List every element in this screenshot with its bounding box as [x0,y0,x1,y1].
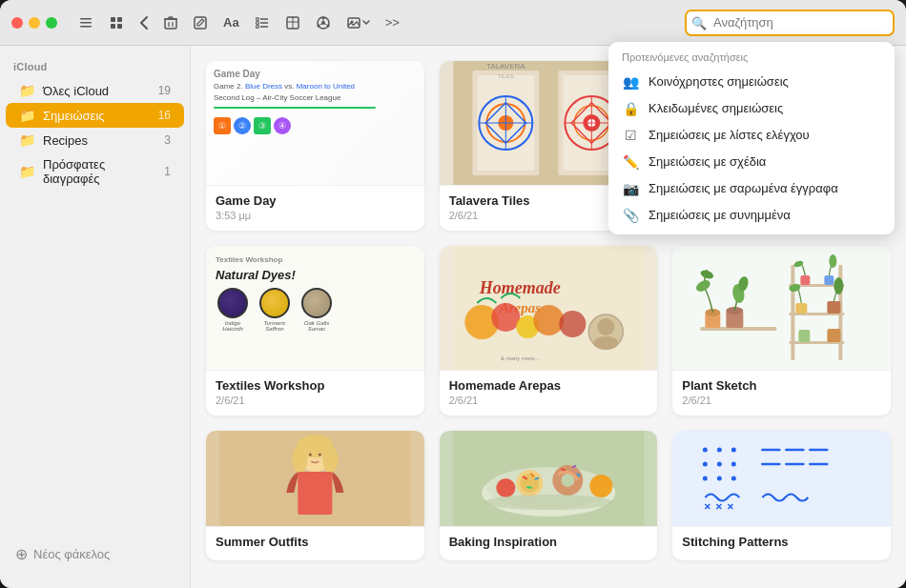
svg-point-146 [717,476,722,481]
new-folder-button[interactable]: ⊕ Νέος φάκελος [6,539,184,569]
note-date-plant-sketch: 2/6/21 [682,395,881,406]
compose-icon [193,15,208,30]
search-input[interactable] [685,10,895,36]
sidebar-item-recently-deleted[interactable]: 📁 Πρόσφατες διαγραφές 1 [6,152,184,191]
more-button[interactable]: >> [380,11,405,33]
svg-rect-3 [111,17,115,22]
note-thumbnail-textiles: Textiles Workshop Natural Dyes! IndigoHa… [206,246,424,370]
svg-point-119 [319,454,321,456]
grid-icon [109,15,124,30]
svg-rect-4 [117,17,122,22]
svg-line-28 [319,24,321,25]
scanned-notes-icon: 📷 [622,181,639,196]
svg-point-118 [309,454,312,456]
minimize-button[interactable] [29,17,40,29]
search-dropdown: Προτεινόμενες αναζητήσεις 👥 Κοινόχρηστες… [608,42,895,234]
svg-point-22 [321,21,325,25]
share-button[interactable] [310,11,337,34]
svg-text:Homemade: Homemade [479,278,561,297]
svg-rect-112 [828,329,841,342]
drawings-notes-icon: ✏️ [622,154,639,170]
note-title-game-day: Game Day [216,193,415,208]
sidebar: iCloud 📁 Όλες iCloud 19 📁 Σημειώσεις 16 … [0,46,191,588]
sidebar-item-notes-label: Σημειώσεις [43,109,146,123]
back-icon [139,15,149,30]
format-button[interactable]: Aa [217,11,245,33]
titlebar: Aa [0,0,906,46]
summer-outfits-svg [206,431,424,526]
sidebar-item-recipes[interactable]: 📁 Recipes 3 [6,128,184,152]
suggestion-drawings[interactable]: ✏️ Σημειώσεις με σχέδια [608,149,895,175]
svg-rect-1 [80,22,92,24]
suggestion-locked[interactable]: 🔒 Κλειδωμένες σημειώσεις [608,95,895,122]
svg-rect-7 [165,19,176,29]
svg-rect-88 [687,246,877,370]
svg-point-135 [589,475,612,497]
note-info-summer-outfits: Summer Outfits [206,526,424,560]
note-card-arepas[interactable]: Homemade Arepas [440,246,658,416]
svg-point-80 [491,303,520,332]
svg-rect-6 [117,24,122,29]
compose-button[interactable] [187,11,214,34]
sidebar-item-recipes-count: 3 [154,133,171,147]
search-container: 🔍 Προτεινόμενες αναζητήσεις 👥 Κοινόχρηστ… [685,10,895,36]
note-thumbnail-arepas: Homemade Arepas [440,246,658,370]
folder-deleted-icon: 📁 [19,164,35,179]
svg-point-85 [597,318,614,335]
sidebar-item-deleted-label: Πρόσφατες διαγραφές [43,157,146,186]
note-card-summer-outfits[interactable]: Summer Outfits [206,431,424,560]
suggestion-attachments-label: Σημειώσεις με συνημμένα [649,208,791,222]
close-button[interactable] [11,17,23,29]
maximize-button[interactable] [46,17,57,29]
grid-view-button[interactable] [103,11,130,34]
svg-point-24 [326,24,329,27]
svg-line-27 [324,24,326,25]
suggestion-attachments[interactable]: 📎 Σημειώσεις με συνημμένα [608,202,895,229]
table-button[interactable] [279,11,306,34]
media-icon [346,15,361,30]
sidebar-item-notes[interactable]: 📁 Σημειώσεις 16 [6,103,184,128]
suggestion-scanned[interactable]: 📷 Σημειώσεις με σαρωμένα έγγραφα [608,175,895,202]
svg-point-106 [830,254,837,268]
note-title-baking: Baking Inspiration [449,535,649,549]
media-button[interactable] [340,11,376,34]
suggestion-scanned-label: Σημειώσεις με σαρωμένα έγγραφα [649,181,838,195]
delete-button[interactable] [158,11,183,34]
note-card-textiles[interactable]: Textiles Workshop Natural Dyes! IndigoHa… [206,246,424,416]
note-card-game-day[interactable]: Game Day Game 2. Blue Dress vs. Maroon t… [206,61,424,231]
svg-rect-120 [298,472,332,515]
share-icon [316,15,331,30]
note-thumbnail-summer-outfits [206,431,424,526]
suggestion-shared[interactable]: 👥 Κοινόχρηστες σημειώσεις [608,69,895,95]
svg-point-14 [256,21,258,24]
sidebar-item-all[interactable]: 📁 Όλες iCloud 19 [6,78,184,103]
suggestion-checklists[interactable]: ☑ Σημειώσεις με λίστες ελέγχου [608,122,895,149]
svg-point-139 [703,448,708,453]
note-card-stitching[interactable]: Stitching Patterns [672,431,891,560]
svg-point-83 [559,311,586,337]
svg-rect-107 [796,303,808,314]
back-button[interactable] [134,11,154,34]
note-card-plant-sketch[interactable]: Plant Sketch 2/6/21 [672,246,891,416]
svg-point-137 [484,495,613,510]
plant-sketch-svg [672,246,891,370]
folder-recipes-icon: 📁 [19,132,35,148]
note-info-game-day: Game Day 3:53 μμ [206,185,424,231]
suggestion-shared-label: Κοινόχρηστες σημειώσεις [649,74,789,89]
note-card-baking[interactable]: Baking Inspiration [440,431,658,560]
note-title-textiles: Textiles Workshop [216,378,415,393]
arepas-svg: Homemade Arepas [440,246,658,370]
attachments-notes-icon: 📎 [622,208,639,223]
stitching-svg [682,440,881,517]
svg-rect-2 [80,26,92,28]
shared-notes-icon: 👥 [622,74,639,90]
svg-point-116 [292,446,307,473]
checklist-button[interactable] [249,11,276,34]
note-info-textiles: Textiles Workshop 2/6/21 [206,370,424,416]
svg-point-136 [496,478,515,497]
svg-text:TILES: TILES [498,73,514,79]
toolbar: Aa [72,11,677,34]
note-date-arepas: 2/6/21 [449,395,649,406]
suggestion-drawings-label: Σημειώσεις με σχέδια [649,154,766,169]
list-view-button[interactable] [72,11,99,34]
